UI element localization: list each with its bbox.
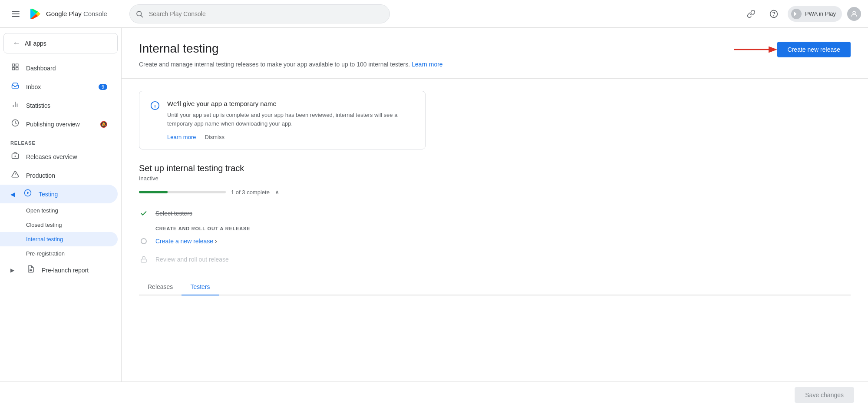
progress-bar [139,191,226,193]
learn-more-link[interactable]: Learn more [412,61,443,68]
sidebar-subitem-pre-registration[interactable]: Pre-registration [0,246,118,261]
page-header: Internal testing Create new release [139,42,851,57]
internal-testing-label: Internal testing [26,236,63,242]
step-circle-icon [139,236,149,246]
svg-rect-5 [12,64,14,66]
sidebar-item-releases-overview[interactable]: Releases overview [0,147,118,166]
search-input[interactable] [129,4,390,23]
statistics-label: Statistics [26,102,107,109]
svg-point-3 [774,15,774,16]
setup-status: Inactive [139,175,851,182]
google-play-logo-icon [29,7,43,21]
logo-text: Google Play Console [46,10,107,17]
arrow-annotation [729,42,782,57]
open-testing-label: Open testing [26,207,58,214]
tab-testers[interactable]: Testers [182,279,218,295]
sidebar-item-pre-launch[interactable]: ▶ Pre-launch report [0,261,118,279]
sidebar-subitem-internal-testing[interactable]: Internal testing [0,232,118,246]
pre-registration-label: Pre-registration [26,250,65,257]
page-title: Internal testing [139,42,219,56]
releases-overview-label: Releases overview [26,153,107,160]
search-icon [135,10,143,18]
page-description: Create and manage internal testing relea… [139,61,851,68]
step-review-release: Review and roll out release [139,250,851,269]
sidebar-item-statistics[interactable]: Statistics [0,96,118,115]
main-layout: ← All apps Dashboard Inbox 9 [0,28,868,381]
tab-releases[interactable]: Releases [139,279,182,295]
step-select-testers-label: Select testers [155,210,192,217]
progress-text: 1 of 3 complete [231,189,270,196]
save-changes-button[interactable]: Save changes [795,387,854,403]
sidebar-subitem-open-testing[interactable]: Open testing [0,203,118,218]
inbox-icon [10,82,20,92]
app-name: PWA in Play [805,10,836,17]
info-card-content: We'll give your app a temporary name Unt… [167,100,415,140]
inbox-badge: 9 [99,84,107,90]
notification-off-icon: 🔕 [100,121,107,128]
dashboard-icon [10,63,20,73]
create-new-release-button[interactable]: Create new release [777,42,851,57]
app-chip[interactable]: PWA in Play [788,6,842,22]
search-bar [129,4,390,23]
expand-arrow-icon: ▶ [10,267,20,273]
sidebar-item-dashboard[interactable]: Dashboard [0,59,118,77]
step-review-release-label: Review and roll out release [155,256,229,263]
statistics-icon [10,100,20,110]
create-btn-wrapper: Create new release [777,42,851,57]
svg-marker-19 [27,192,30,194]
bottom-tabs: Releases Testers [139,279,851,295]
step-select-testers: Select testers [139,204,851,222]
sidebar-subitem-closed-testing[interactable]: Closed testing [0,218,118,232]
sidebar-item-testing[interactable]: ◀ Testing [0,185,118,203]
setup-section: Set up internal testing track Inactive 1… [139,163,851,295]
footer-bar: Save changes [0,381,868,408]
sidebar-item-production[interactable]: Production [0,166,118,185]
logo-area: Google Play Console [29,7,107,21]
svg-rect-7 [12,68,14,70]
create-release-step-link[interactable]: Create a new release [155,238,213,245]
help-button[interactable] [765,5,782,23]
steps-list: Select testers CREATE AND ROLL OUT A REL… [139,204,851,269]
content-divider [122,78,868,79]
app-chip-icon [791,9,802,19]
progress-bar-fill [139,191,168,193]
info-circle-icon [150,101,160,140]
svg-line-1 [141,15,142,17]
sidebar-item-inbox[interactable]: Inbox 9 [0,77,118,96]
sidebar-item-publishing-overview[interactable]: Publishing overview 🔕 [0,115,118,133]
step-check-icon [139,209,149,218]
svg-point-4 [853,11,855,14]
publishing-overview-icon [10,119,20,129]
svg-rect-26 [141,259,146,262]
svg-rect-8 [16,68,18,70]
info-learn-more-link[interactable]: Learn more [167,134,196,140]
avatar-icon [850,10,858,18]
topbar-right: PWA in Play [743,5,861,23]
step-create-release-label: Create a new release › [155,238,217,245]
all-apps-link[interactable]: ← All apps [3,33,118,53]
help-icon [769,10,778,18]
back-arrow-icon: ← [13,39,20,48]
hamburger-icon [8,7,23,20]
link-button[interactable] [743,5,760,23]
production-icon [10,170,20,180]
info-dismiss-link[interactable]: Dismiss [205,134,224,140]
production-label: Production [26,172,107,179]
testing-label: Testing [39,191,107,198]
info-card-body: Until your app set up is complete and yo… [167,111,415,128]
topbar-left: Google Play Console [7,5,124,23]
setup-section-title: Set up internal testing track [139,163,851,173]
step-lock-icon [139,255,149,264]
arrow-container: Create new release [777,42,851,57]
testing-icon [23,189,33,199]
chevron-left-icon: ◀ [10,191,15,198]
content-area: Internal testing Create new release [122,28,868,381]
progress-chevron-icon[interactable]: ∧ [275,189,279,196]
step-create-release: Create a new release › [139,232,851,250]
topbar: Google Play Console [0,0,868,28]
publishing-overview-label: Publishing overview [26,121,94,128]
user-avatar[interactable] [847,7,861,21]
hamburger-menu-button[interactable] [7,5,24,23]
pre-launch-label: Pre-launch report [42,267,107,274]
closed-testing-label: Closed testing [26,222,62,228]
